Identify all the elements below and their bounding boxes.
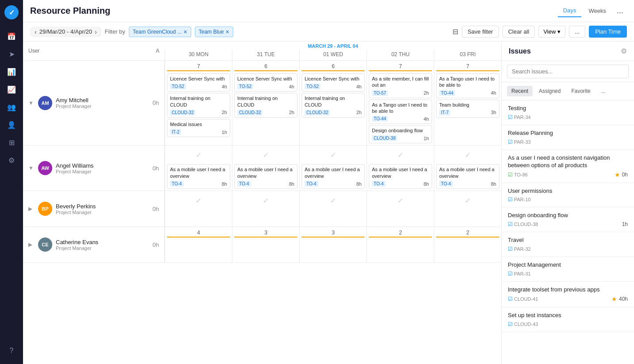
day-cell-angel-tue: ✓ As a mobile user I need a overview TO-… <box>232 146 299 191</box>
filter-blue-remove[interactable]: × <box>225 28 229 35</box>
task-card[interactable]: As a mobile user I need a overview TO-4 … <box>369 164 432 189</box>
list-item[interactable]: Design onboarding flow ☑ CLOUD-38 1h <box>502 207 634 232</box>
date-col-wed: 01 WED <box>299 50 367 60</box>
plan-time-button[interactable]: Plan Time <box>589 26 627 38</box>
user-info-amy: ▼ AM Amy Mitchell Project Manager 0h <box>23 61 165 145</box>
sidebar-icon-person[interactable]: 👤 <box>4 117 19 133</box>
user-name-amy: Amy Mitchell <box>56 97 149 103</box>
calendar-section: User A MARCH 29 - APRIL 04 30 MON 31 TUE… <box>23 42 501 364</box>
task-card[interactable]: As a mobile user I need a overview TO-4 … <box>302 164 365 189</box>
expand-beverly[interactable]: ▶ <box>28 206 35 212</box>
task-card[interactable]: As a site member, I can fill out an TO-5… <box>369 73 432 98</box>
day-cell-angel-mon: ✓ As a mobile user I need a overview TO-… <box>165 146 232 191</box>
user-hours-amy: 0h <box>153 100 159 106</box>
task-card[interactable]: Design onboarding flow CLOUD-38 1h <box>369 125 432 143</box>
filter-greencloud-remove[interactable]: × <box>184 28 187 35</box>
expand-angel[interactable]: ▼ <box>28 165 35 171</box>
day-check-angel-fri: ✓ <box>436 147 499 163</box>
more-options-button[interactable]: ... <box>569 26 585 38</box>
issues-search-input[interactable] <box>507 65 629 78</box>
date-range-header: MARCH 29 - APRIL 04 30 MON 31 TUE 01 WED… <box>165 42 501 60</box>
task-card[interactable]: As a mobile user I need a overview TO-4 … <box>234 164 298 189</box>
day-cell-amy-mon: 7 Licence Server Sync with TO-52 4h Inte… <box>165 61 232 145</box>
task-card[interactable]: Medical issues IT-2 1h <box>167 119 230 137</box>
tab-more[interactable]: ... <box>597 86 610 96</box>
date-navigator: ‹ 29/Mar/20 - 4/Apr/20 › <box>30 27 101 37</box>
check-icon: ☑ <box>508 221 513 227</box>
sidebar-icon-gear[interactable]: ⚙ <box>4 152 19 168</box>
user-row-catherine: ▶ CE Catherine Evans Project Manager 0h … <box>23 227 501 263</box>
list-item[interactable]: As a user I need a consistent navigation… <box>502 150 634 183</box>
user-details-amy: Amy Mitchell Project Manager <box>56 97 149 109</box>
day-total-amy-thu: 7 <box>369 62 432 72</box>
task-card[interactable]: Internal training on CLOUD CLOUD-32 2h <box>167 93 230 118</box>
sidebar-icon-help[interactable]: ? <box>4 343 19 359</box>
user-info-beverly: ▶ BP Beverly Perkins Project Manager 0h <box>23 191 165 226</box>
day-cell-catherine-tue: 3 <box>232 227 299 262</box>
tab-recent[interactable]: Recent <box>507 86 533 96</box>
task-card[interactable]: Licence Server Sync with TO-52 4h <box>302 73 365 92</box>
list-item[interactable]: User permissions ☑ PAR-10 <box>502 183 634 208</box>
tab-favorite[interactable]: Favorite <box>567 86 595 96</box>
task-card[interactable]: Internal training on CLOUD CLOUD-32 2h <box>234 93 298 118</box>
user-role-catherine: Project Manager <box>56 245 149 251</box>
task-card[interactable]: As a Tango user I need to be able to TO-… <box>436 73 499 98</box>
tab-assigned[interactable]: Assigned <box>534 86 565 96</box>
list-item[interactable]: Travel ☑ PAR-32 <box>502 232 634 257</box>
date-range-display: 29/Mar/20 - 4/Apr/20 <box>39 28 92 35</box>
check-icon: ☑ <box>508 196 513 203</box>
date-col-fri: 03 FRI <box>434 50 501 60</box>
day-cells-catherine: 4 3 3 2 2 <box>165 227 501 262</box>
list-item[interactable]: Project Management ☑ PAR-31 <box>502 257 634 282</box>
task-card[interactable]: Internal training on CLOUD CLOUD-32 2h <box>302 93 365 118</box>
list-item[interactable]: Integrate toolset from previous apps ☑ C… <box>502 282 634 307</box>
day-cell-amy-wed: 6 Licence Server Sync with TO-52 4h Inte… <box>299 61 367 145</box>
user-details-catherine: Catherine Evans Project Manager <box>56 239 149 251</box>
weeks-nav-button[interactable]: Weeks <box>583 5 611 17</box>
sidebar-icon-arrow[interactable]: ➤ <box>4 46 19 62</box>
check-green-icon: ☑ <box>508 172 513 178</box>
task-card[interactable]: As a mobile user I need a overview TO-4 … <box>167 164 230 189</box>
issues-search <box>502 61 634 82</box>
clear-all-button[interactable]: Clear all <box>503 26 535 38</box>
day-cell-catherine-fri: 2 <box>434 227 501 262</box>
save-filter-button[interactable]: Save filter <box>462 26 499 38</box>
list-item[interactable]: Set up test instances ☑ CLOUD-43 <box>502 307 634 332</box>
sidebar-icon-chart[interactable]: 📊 <box>4 64 19 80</box>
next-date-button[interactable]: › <box>94 28 98 35</box>
day-cell-catherine-mon: 4 <box>165 227 232 262</box>
view-button[interactable]: View ▾ <box>538 26 565 38</box>
sidebar-icon-bar[interactable]: 📈 <box>4 81 19 97</box>
task-card[interactable]: Licence Server Sync with TO-52 4h <box>167 73 230 92</box>
days-nav-button[interactable]: Days <box>558 4 582 17</box>
issues-panel: Issues ⚙ Recent Assigned Favorite ... Te… <box>501 42 634 364</box>
filter-tag-blue: Team Blue × <box>195 27 233 37</box>
day-cell-amy-fri: 7 As a Tango user I need to be able to T… <box>434 61 501 145</box>
user-details-angel: Angel Williams Project Manager <box>56 162 149 174</box>
filter-icon[interactable]: ⊟ <box>452 27 458 36</box>
expand-catherine[interactable]: ▶ <box>28 241 35 248</box>
sidebar-icon-people[interactable]: 👥 <box>4 99 19 115</box>
filter-label: Filter by <box>105 28 125 35</box>
user-details-beverly: Beverly Perkins Project Manager <box>56 203 149 215</box>
task-card[interactable]: As a mobile user I need a overview TO-4 … <box>436 164 499 189</box>
sidebar-icon-calendar[interactable]: 📅 <box>4 28 19 44</box>
task-card[interactable]: Team building IT-7 3h <box>436 100 499 118</box>
sidebar-icon-grid[interactable]: ⊞ <box>4 134 19 150</box>
list-item[interactable]: Release Planning ☑ PAR-33 <box>502 125 634 150</box>
day-total-amy-tue: 6 <box>234 62 298 72</box>
day-cell-beverly-tue: ✓ <box>232 191 299 226</box>
prev-date-button[interactable]: ‹ <box>34 28 38 35</box>
more-nav-button[interactable]: ... <box>613 4 627 17</box>
expand-amy[interactable]: ▼ <box>28 100 35 106</box>
task-card[interactable]: Licence Server Sync with TO-52 4h <box>234 73 298 92</box>
day-cell-catherine-thu: 2 <box>367 227 434 262</box>
issues-gear-icon[interactable]: ⚙ <box>621 47 627 55</box>
user-role-beverly: Project Manager <box>56 210 149 215</box>
user-info-catherine: ▶ CE Catherine Evans Project Manager 0h <box>23 227 165 262</box>
list-item[interactable]: Testing ☑ PAR-34 <box>502 100 634 125</box>
user-name-catherine: Catherine Evans <box>56 239 149 245</box>
task-card[interactable]: As a Tango user I need to be able to TO-… <box>369 100 432 124</box>
app-logo[interactable]: ✓ <box>4 5 19 19</box>
day-cell-beverly-thu: ✓ <box>367 191 434 226</box>
